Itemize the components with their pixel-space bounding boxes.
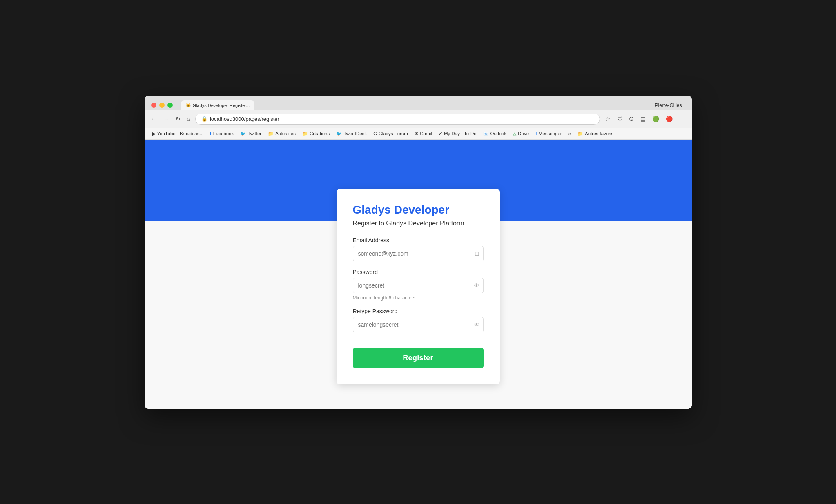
forward-button[interactable]: → — [162, 115, 171, 123]
email-group: Email Address ⊞ — [353, 237, 484, 261]
gladys-icon: G — [373, 131, 377, 136]
password-input-wrapper: 👁 — [353, 278, 484, 293]
bookmark-gmail[interactable]: ✉ Gmail — [412, 130, 435, 138]
messenger-icon: f — [535, 131, 537, 136]
page-subtitle: Register to Gladys Developer Platform — [353, 220, 484, 227]
address-bar[interactable]: 🔒 localhost:3000/pages/register — [195, 114, 600, 125]
bookmark-autres[interactable]: 📁 Autres favoris — [575, 130, 616, 138]
password-input[interactable] — [353, 278, 484, 293]
maximize-button[interactable] — [167, 103, 173, 108]
menu-button[interactable]: ⋮ — [677, 115, 687, 123]
retype-group: Retype Password 👁 — [353, 308, 484, 332]
page-title: Gladys Developer — [353, 203, 484, 216]
bookmark-label: Autres favoris — [585, 131, 613, 136]
password-hint: Minimum length 6 characters — [353, 295, 484, 301]
bookmark-label: Messenger — [539, 131, 562, 136]
bookmark-label: TweetDeck — [343, 131, 367, 136]
url-text: localhost:3000/pages/register — [210, 116, 594, 122]
retype-label: Retype Password — [353, 308, 484, 314]
bookmark-label: Créations — [310, 131, 330, 136]
bookmark-messenger[interactable]: f Messenger — [533, 130, 565, 137]
email-input-wrapper: ⊞ — [353, 246, 484, 261]
bookmark-label: » — [568, 131, 571, 136]
tab-label: Gladys Developer Register... — [193, 103, 250, 108]
outlook-icon: 📧 — [483, 131, 489, 136]
folder-icon: 📁 — [302, 131, 308, 136]
retype-input-wrapper: 👁 — [353, 317, 484, 332]
bookmark-label: Twitter — [247, 131, 261, 136]
bookmark-gladys-forum[interactable]: G Gladys Forum — [370, 130, 411, 137]
bookmark-tweetdeck[interactable]: 🐦 TweetDeck — [333, 130, 370, 138]
bookmark-label: My Day - To-Do — [444, 131, 477, 136]
extension1-button[interactable]: 🟢 — [650, 115, 661, 123]
lock-icon: 🔒 — [201, 116, 207, 122]
card-wrapper: Gladys Developer Register to Gladys Deve… — [337, 221, 500, 384]
bookmark-label: Facebook — [213, 131, 234, 136]
home-button[interactable]: ⌂ — [185, 115, 192, 123]
close-button[interactable] — [151, 103, 156, 108]
bookmark-outlook[interactable]: 📧 Outlook — [480, 130, 510, 138]
nav-bar: ← → ↻ ⌂ 🔒 localhost:3000/pages/register … — [145, 110, 692, 128]
bookmark-facebook[interactable]: f Facebook — [207, 130, 236, 137]
active-tab[interactable]: 🐱 Gladys Developer Register... ✕ — [181, 100, 254, 110]
facebook-icon: f — [210, 131, 212, 136]
bookmark-creations[interactable]: 📁 Créations — [299, 130, 332, 138]
bookmark-label: Gmail — [420, 131, 432, 136]
minimize-button[interactable] — [159, 103, 165, 108]
browser-window: 🐱 Gladys Developer Register... ✕ Pierre-… — [145, 96, 692, 409]
folder-icon: 📁 — [268, 131, 274, 136]
gmail-icon: ✉ — [415, 131, 418, 136]
back-button[interactable]: ← — [149, 115, 158, 123]
title-bar: 🐱 Gladys Developer Register... ✕ Pierre-… — [145, 96, 692, 110]
youtube-icon: ▶ — [152, 131, 156, 136]
bookmark-label: Outlook — [490, 131, 507, 136]
traffic-lights — [151, 103, 173, 108]
bookmark-label: YouTube - Broadcas... — [157, 131, 204, 136]
bookmark-twitter[interactable]: 🐦 Twitter — [237, 130, 264, 138]
user-name: Pierre-Gilles — [651, 103, 685, 108]
nav-actions: ☆ 🛡 G ▤ 🟢 🔴 ⋮ — [603, 115, 687, 123]
bookmark-label: Actualités — [275, 131, 296, 136]
email-label: Email Address — [353, 237, 484, 243]
register-button[interactable]: Register — [353, 348, 484, 368]
retype-input[interactable] — [353, 317, 484, 332]
extension2-button[interactable]: 🔴 — [664, 115, 675, 123]
refresh-button[interactable]: ↻ — [174, 115, 182, 123]
bookmark-youtube[interactable]: ▶ YouTube - Broadcas... — [149, 130, 207, 138]
password-group: Password 👁 Minimum length 6 characters — [353, 269, 484, 301]
password-label: Password — [353, 269, 484, 275]
register-card: Gladys Developer Register to Gladys Deve… — [337, 189, 500, 384]
bookmark-more[interactable]: » — [566, 130, 574, 137]
drive-icon: △ — [513, 131, 516, 136]
tweetdeck-icon: 🐦 — [336, 131, 342, 136]
sidebar-button[interactable]: ▤ — [638, 115, 648, 123]
shield-icon[interactable]: 🛡 — [615, 115, 625, 123]
twitter-icon: 🐦 — [240, 131, 246, 136]
folder-icon: 📁 — [577, 131, 583, 136]
page-lower: Gladys Developer Register to Gladys Deve… — [145, 221, 692, 409]
tab-favicon: 🐱 — [186, 103, 191, 107]
account-button[interactable]: G — [627, 115, 636, 123]
myday-icon: ✔ — [439, 131, 442, 136]
bookmark-drive[interactable]: △ Drive — [510, 130, 532, 138]
tabs-bar: 🐱 Gladys Developer Register... ✕ — [177, 100, 648, 110]
email-input[interactable] — [353, 246, 484, 261]
bookmark-myday[interactable]: ✔ My Day - To-Do — [436, 130, 479, 138]
bookmarks-bar: ▶ YouTube - Broadcas... f Facebook 🐦 Twi… — [145, 128, 692, 140]
bookmark-label: Gladys Forum — [379, 131, 408, 136]
bookmark-label: Drive — [518, 131, 529, 136]
page-content: Gladys Developer Register to Gladys Deve… — [145, 140, 692, 409]
star-button[interactable]: ☆ — [603, 115, 613, 123]
bookmark-actualites[interactable]: 📁 Actualités — [265, 130, 299, 138]
